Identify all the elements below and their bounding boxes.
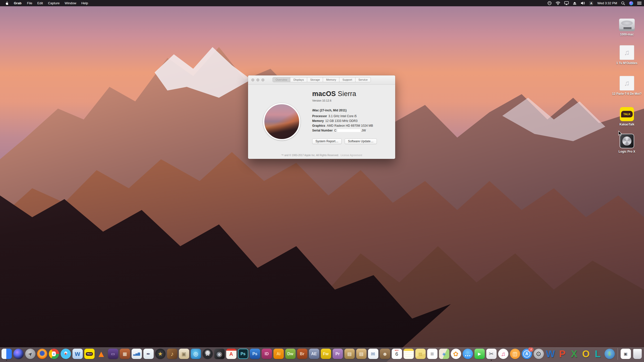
menu-clock[interactable]: Wed 3:32 PM [597, 1, 617, 5]
zoom-button[interactable] [261, 78, 264, 81]
menu-item-window[interactable]: Window [62, 1, 79, 5]
dock-app-toast[interactable]: ▭ [108, 349, 118, 361]
dock-app-mail[interactable]: ✉ [368, 349, 379, 361]
input-source-icon[interactable]: A [589, 1, 593, 5]
dock-app-photoshop-cs6[interactable]: Ps [238, 349, 249, 361]
dock-app-stickies[interactable]: ▤ [415, 349, 426, 361]
tab-support[interactable]: Support [339, 77, 355, 82]
dock-app-app-store[interactable]: A13 [521, 349, 532, 361]
dock-app-stuffit-expander[interactable]: ▤ [344, 349, 355, 361]
tab-overview[interactable]: Overview [273, 77, 291, 82]
dock-app-numbers[interactable]: ▃▅▇ [131, 349, 142, 361]
ms-lync-icon: L [593, 349, 603, 359]
ms-word-icon: W [545, 349, 556, 359]
desktop-icon-volume-1000-mac[interactable]: 1000-mac [612, 19, 642, 36]
tab-service[interactable]: Service [355, 77, 371, 82]
desktop-icon-file-12-parle-t-il-de-moi[interactable]: ♫12 Parle-T-Il De Moi? [612, 76, 642, 96]
license-agreement-link[interactable]: License Agreement [341, 154, 362, 157]
os-title: macOS Sierra [312, 90, 390, 98]
dock-app-contacts[interactable]: ☻ [380, 349, 390, 361]
menu-app-name[interactable]: Grab [11, 1, 24, 5]
tab-storage[interactable]: Storage [307, 77, 323, 82]
dock-app-kakaotalk[interactable]: TALK [84, 349, 95, 361]
dock-app-logic-pro[interactable]: ◉ [214, 349, 225, 361]
dreamweaver-icon: Dw [285, 349, 296, 359]
airplay-icon[interactable] [564, 1, 569, 5]
minimize-button[interactable] [256, 78, 259, 81]
window-titlebar[interactable]: OverviewDisplaysStorageMemorySupportServ… [248, 75, 395, 85]
dock-app-safari[interactable]: ✦ [60, 349, 71, 361]
dock-app-vlc[interactable]: ▲ [96, 349, 107, 361]
dock-app-wordfast[interactable]: w [72, 349, 83, 361]
ibooks-icon: ◫ [510, 349, 520, 359]
dock-app-system-preferences[interactable]: ⚙ [533, 349, 544, 361]
dock-app-finder[interactable] [1, 349, 12, 361]
close-button[interactable] [251, 78, 254, 81]
dock-app-pages[interactable]: ✒ [143, 349, 154, 361]
dock-app-x-app[interactable]: X [202, 349, 213, 361]
dock-app-indesign[interactable]: ID [261, 349, 272, 361]
dock-app-itunes[interactable]: ♫ [498, 349, 509, 361]
dock-app-ms-powerpoint[interactable]: P [557, 349, 568, 361]
hard-drive-icon [619, 19, 635, 31]
menu-item-help[interactable]: Help [79, 1, 91, 5]
dock-app-bridge[interactable]: Br [297, 349, 308, 361]
dock-app-stuffit-archive[interactable]: ▤ [356, 349, 367, 361]
creative-cloud-icon[interactable] [547, 1, 552, 5]
dock-app-ms-word[interactable]: W [545, 349, 556, 361]
dock-app-grab[interactable]: ✂ [486, 349, 497, 361]
photos-icon: ✿ [451, 349, 461, 359]
dock-app-messages[interactable]: … [462, 349, 473, 361]
notification-center-icon[interactable] [637, 2, 641, 5]
tab-memory[interactable]: Memory [323, 77, 340, 82]
dock-app-idvd[interactable]: ◎ [190, 349, 201, 361]
dock-app-keynote[interactable]: ▦ [119, 349, 130, 361]
software-update-button[interactable]: Software Update… [345, 139, 377, 144]
volume-icon[interactable] [581, 1, 585, 5]
dock-app-photoshop-elements[interactable]: Ps [250, 349, 260, 361]
apple-menu-icon[interactable] [3, 1, 11, 5]
dock-app-dreamweaver[interactable]: Dw [285, 349, 296, 361]
dock-app-facetime[interactable]: ▶ [474, 349, 485, 361]
wifi-icon[interactable] [556, 2, 560, 5]
dock-app-premiere[interactable]: Pr [332, 349, 343, 361]
dock-app-document[interactable]: ▣ [620, 349, 631, 361]
dock-app-calendar[interactable]: NOV6 [391, 349, 402, 361]
menu-item-capture[interactable]: Capture [46, 1, 62, 5]
dock-app-garageband[interactable]: ♪ [167, 349, 178, 361]
speed-download-icon: ⇩ [605, 349, 615, 359]
system-report-button[interactable]: System Report… [312, 139, 342, 144]
dock-app-after-effects[interactable]: AE [309, 349, 319, 361]
eject-icon[interactable] [573, 2, 577, 5]
dock-app-siri[interactable] [13, 349, 24, 361]
dock-app-ibooks[interactable]: ◫ [510, 349, 520, 361]
stuffit-expander-icon: ▤ [344, 349, 355, 359]
dock-app-photos[interactable]: ✿ [451, 349, 461, 361]
dock-app-ms-lync[interactable]: L [592, 349, 603, 361]
siri-icon[interactable] [629, 1, 633, 5]
desktop-icon-app-kakaotalk[interactable]: TALKKakaoTalk [612, 107, 642, 126]
dock-app-trash[interactable] [632, 349, 643, 361]
dock-app-imovie[interactable]: ★ [155, 349, 166, 361]
dock-app-speed-download[interactable]: ⇩ [604, 349, 615, 361]
dock-app-iphoto[interactable]: ▣ [179, 349, 189, 361]
menu-item-edit[interactable]: Edit [35, 1, 45, 5]
dock-app-notes[interactable] [403, 349, 414, 361]
dock-app-ms-excel[interactable]: X [569, 349, 580, 361]
desktop-icon-file-1-tu-moublies[interactable]: ♫1 Tu M'Oublies [612, 45, 642, 65]
dock-app-reminders[interactable]: ≡ [427, 349, 438, 361]
spotlight-icon[interactable] [621, 1, 625, 5]
dock-app-illustrator[interactable]: Ai [273, 349, 284, 361]
dock-app-launchpad[interactable]: ➤ [25, 349, 36, 361]
dock-app-fireworks[interactable]: Fw [320, 349, 331, 361]
dock-app-acrobat[interactable]: A [226, 349, 237, 361]
dock-app-chrome[interactable]: ● [49, 349, 59, 361]
launchpad-icon: ➤ [25, 349, 35, 359]
dock-app-ms-outlook[interactable]: O [581, 349, 591, 361]
wordfast-icon: w [72, 349, 83, 359]
dock-app-maps[interactable]: ◈ [439, 349, 450, 361]
desktop-icon-alias-logic-pro-x[interactable]: Logic Pro X [612, 134, 642, 154]
tab-displays[interactable]: Displays [290, 77, 307, 82]
menu-item-file[interactable]: File [24, 1, 35, 5]
dock-app-firefox[interactable] [37, 349, 48, 361]
